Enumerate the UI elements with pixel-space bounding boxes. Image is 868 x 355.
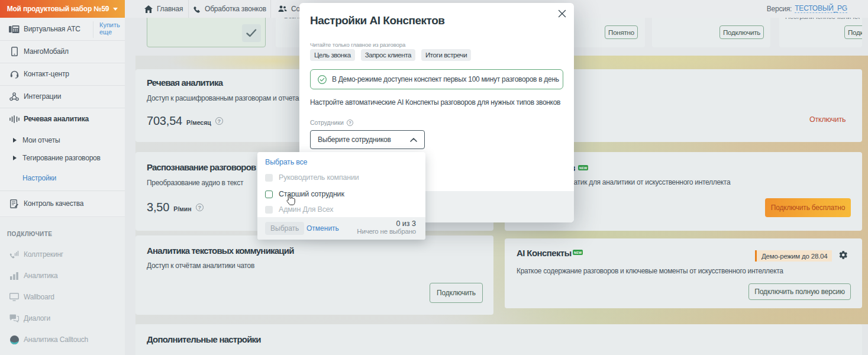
- sidebar-subitem-label: Тегирование разговоров: [22, 154, 101, 162]
- sidebar-item-contact-center[interactable]: Контакт-центр: [0, 63, 125, 85]
- text-analytics-card: Аналитика текстовых коммуникаций Доступ …: [135, 235, 493, 315]
- chevron-up-icon: [410, 138, 417, 142]
- demo-info-text: В Демо-режиме доступен конспект первых 1…: [332, 75, 559, 83]
- connect-full-button[interactable]: Подключить полную версию: [748, 283, 851, 300]
- recognition-price: 3,50: [147, 201, 169, 214]
- sidebar-item-dialogs[interactable]: Диалоги: [0, 308, 125, 329]
- product-set-label: Мой продуктовый набор №59: [7, 5, 109, 13]
- apply-button[interactable]: Выбрать: [265, 222, 304, 235]
- check-icon: [246, 29, 257, 37]
- nav-calls[interactable]: Обработка звонков: [193, 0, 266, 18]
- sidebar-item-my-reports[interactable]: Мои отчеты: [0, 131, 125, 149]
- chat-bubbles-icon: [8, 314, 20, 322]
- sidebar-item-label: Аналитика Calltouch: [24, 335, 88, 344]
- sidebar-item-calltouch[interactable]: Аналитика Calltouch: [0, 329, 125, 350]
- text-analytics-subtitle: Доступ к отчётам аналитики чатов: [147, 262, 254, 270]
- chip-meeting-results[interactable]: Итоги встречи: [421, 49, 471, 61]
- disable-link[interactable]: Отключить: [809, 115, 846, 124]
- connect-button-c[interactable]: Подключить: [719, 25, 764, 39]
- bar-chart-icon: [8, 272, 20, 280]
- connect-button-d[interactable]: Подключить: [844, 25, 862, 39]
- nav-separator: [188, 0, 189, 18]
- buy-more-link[interactable]: Купить еще: [93, 21, 125, 38]
- home-icon: [144, 5, 153, 13]
- ok-button[interactable]: Понятно: [605, 25, 638, 39]
- dropdown-option[interactable]: Админ Для Всех: [265, 205, 333, 214]
- version-label: Версия:: [767, 5, 792, 13]
- employees-select[interactable]: Выберите сотрудников: [310, 130, 425, 149]
- sidebar-item-label: МангоМобайл: [24, 47, 69, 56]
- select-placeholder: Выберите сотрудников: [318, 135, 391, 144]
- nav-separator: [270, 0, 271, 18]
- expand-arrow-icon: [13, 156, 17, 160]
- dropdown-option[interactable]: Руководитель компании: [265, 173, 359, 182]
- recognition-subtitle: Преобразование аудио в текст: [147, 179, 243, 187]
- connect-chats-button[interactable]: Подключить: [430, 283, 483, 303]
- sidebar-item-mobile[interactable]: МангоМобайл: [0, 40, 125, 63]
- sidebar-item-integrations[interactable]: Интеграции: [0, 85, 125, 108]
- price-help-icon[interactable]: ?: [215, 117, 223, 125]
- check-circle-icon: [318, 75, 327, 84]
- modal-paragraph: Настройте автоматические AI Конспекты ра…: [310, 98, 560, 106]
- demo-info-box: В Демо-режиме доступен конспект первых 1…: [310, 69, 563, 89]
- dropdown-option[interactable]: Старший сотрудник: [265, 190, 344, 198]
- new-badge: NEW: [578, 165, 588, 170]
- mouse-cursor: [286, 194, 296, 208]
- ai-summary-card: AI Конспекты NEW Демо-режим до 28.04 Кра…: [505, 238, 862, 308]
- sidebar-item-label: Контакт-центр: [24, 70, 69, 78]
- cancel-link[interactable]: Отменить: [306, 224, 339, 233]
- employees-dropdown: Выбрать все Руководитель компании Старши…: [257, 152, 425, 240]
- summary-chips: Цель звонка Запрос клиента Итоги встречи: [310, 49, 471, 61]
- chip-client-request[interactable]: Запрос клиента: [361, 49, 415, 61]
- sidebar-item-tagging[interactable]: Тегирование разговоров: [0, 149, 125, 167]
- calltracking-icon: [8, 250, 20, 259]
- extra-settings-title: Дополнительные настройки: [147, 334, 261, 344]
- expand-arrow-icon: [13, 138, 17, 143]
- speech-analytics-price: 703,54: [147, 114, 182, 128]
- dropdown-footer: Выбрать Отменить 0 из 3 Ничего не выбран…: [257, 217, 425, 240]
- sidebar-item-speech-analytics[interactable]: Речевая аналитика: [0, 109, 125, 128]
- phone-icon: [193, 5, 201, 13]
- chip-call-goal[interactable]: Цель звонка: [310, 49, 355, 61]
- nav-home[interactable]: Главная: [144, 0, 183, 18]
- sidebar-item-label: Аналитика: [24, 272, 58, 280]
- sidebar-item-label: Виртуальная АТС: [24, 25, 80, 33]
- checkbox-disabled[interactable]: [265, 174, 273, 182]
- recognition-price-unit: Р/мин: [173, 205, 192, 212]
- sidebar-item-settings[interactable]: Настройки: [0, 169, 125, 188]
- selected-check-tile: [242, 24, 261, 42]
- sidebar-item-label: Речевая аналитика: [24, 115, 89, 123]
- calltouch-logo-icon: [8, 335, 20, 344]
- smartphone-icon: [8, 47, 20, 56]
- sidebar-item-label: Wallboard: [24, 293, 54, 301]
- sidebar-subitem-label: Настройки: [22, 174, 56, 182]
- price-help-icon-2[interactable]: ?: [196, 204, 204, 211]
- quality-doc-icon: [8, 199, 20, 208]
- checkbox-disabled[interactable]: [265, 206, 273, 214]
- version-info: Версия: ТЕСТОВЫЙ_PG: [767, 0, 847, 18]
- sidebar: Виртуальная АТС Купить еще МангоМобайл К…: [0, 18, 125, 355]
- ai-summary-new-badge: NEW: [573, 250, 583, 255]
- gear-icon[interactable]: [839, 251, 848, 262]
- speech-analytics-subtitle: Доступ к расшифрованным разговорам и отч…: [147, 94, 304, 102]
- sidebar-item-wallboard[interactable]: Wallboard: [0, 286, 125, 308]
- product-set-selector[interactable]: Мой продуктовый набор №59: [0, 0, 125, 18]
- sidebar-item-analytics[interactable]: Аналитика: [0, 265, 125, 286]
- version-link[interactable]: ТЕСТОВЫЙ_PG: [795, 5, 847, 13]
- employees-label: Сотрудники ?: [310, 119, 353, 126]
- connect-section-title: ПОДКЛЮЧИТЕ: [7, 231, 52, 237]
- checkbox-active[interactable]: [265, 191, 273, 198]
- sidebar-item-label: Коллтрекинг: [24, 250, 63, 259]
- option-label: Руководитель компании: [279, 173, 359, 182]
- connect-free-button[interactable]: Подключить бесплатно: [765, 198, 851, 217]
- employees-help-icon[interactable]: ?: [347, 120, 353, 126]
- select-all-link[interactable]: Выбрать все: [265, 158, 307, 166]
- extra-settings-card: Дополнительные настройки: [135, 324, 862, 355]
- selection-count: 0 из 3: [357, 220, 416, 228]
- sidebar-item-label: Контроль качества: [24, 199, 83, 208]
- close-icon[interactable]: [557, 9, 567, 18]
- ai-summary-title: AI Конспекты: [517, 248, 572, 258]
- sidebar-item-quality-control[interactable]: Контроль качества: [0, 191, 125, 217]
- sidebar-item-calltracking[interactable]: Коллтрекинг: [0, 244, 125, 265]
- speech-analytics-title: Речевая аналитика: [147, 78, 222, 88]
